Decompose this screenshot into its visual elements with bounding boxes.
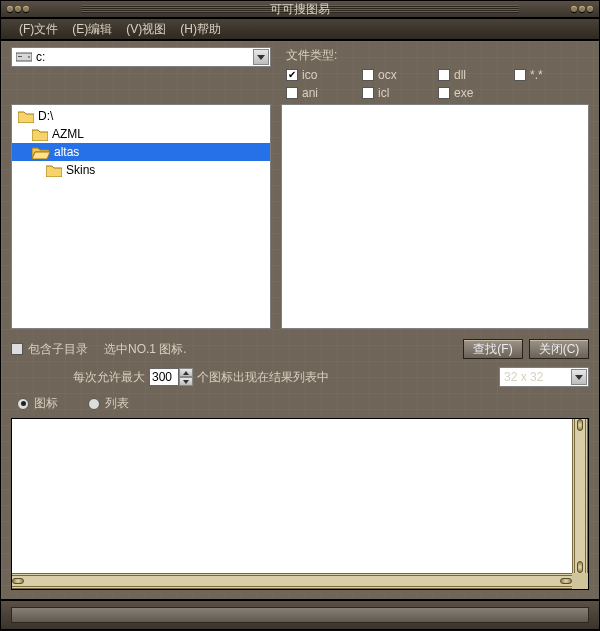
titlebar[interactable]: 可可搜图易	[0, 0, 600, 18]
titlebar-left-decor	[1, 1, 81, 17]
check-icl[interactable]: icl	[362, 86, 432, 100]
menu-view[interactable]: (V)视图	[126, 21, 166, 38]
chevron-down-icon	[183, 380, 189, 384]
scrollbar-corner	[572, 573, 588, 589]
client-area: c: 文件类型: ✔ico ocx dll *.* ani icl exe D:…	[0, 40, 600, 600]
dropdown-button[interactable]	[253, 49, 269, 65]
folder-tree[interactable]: D:\ AZML altas Skins	[11, 104, 271, 329]
drive-select[interactable]: c:	[11, 47, 271, 67]
find-button[interactable]: 查找(F)	[463, 339, 523, 359]
drive-icon	[16, 51, 32, 63]
check-include-subdirs[interactable]: 包含子目录	[11, 341, 88, 358]
horizontal-scrollbar[interactable]	[12, 573, 572, 589]
spinner-down[interactable]	[179, 377, 193, 386]
menu-file[interactable]: (F)文件	[19, 21, 58, 38]
check-dll[interactable]: dll	[438, 68, 508, 82]
max-suffix-label: 个图标出现在结果列表中	[197, 369, 329, 386]
check-ico[interactable]: ✔ico	[286, 68, 356, 82]
close-button[interactable]: 关闭(C)	[529, 339, 589, 359]
folder-icon	[18, 110, 34, 123]
vertical-scrollbar[interactable]	[572, 419, 588, 573]
menu-help[interactable]: (H)帮助	[180, 21, 221, 38]
check-ani[interactable]: ani	[286, 86, 356, 100]
titlebar-bars	[300, 5, 519, 13]
statusbar	[0, 600, 600, 630]
check-all[interactable]: *.*	[514, 68, 584, 82]
svg-rect-1	[18, 56, 22, 57]
filetype-label: 文件类型:	[286, 47, 589, 64]
check-ocx[interactable]: ocx	[362, 68, 432, 82]
tree-item-d[interactable]: D:\	[12, 107, 270, 125]
tree-item-skins[interactable]: Skins	[12, 161, 270, 179]
max-prefix-label: 每次允许最大	[73, 369, 145, 386]
window-controls[interactable]	[519, 1, 599, 17]
results-panel[interactable]	[11, 418, 589, 590]
menubar: (F)文件 (E)编辑 (V)视图 (H)帮助	[0, 18, 600, 40]
radio-icon-view[interactable]: 图标	[17, 395, 58, 412]
preview-pane	[281, 104, 589, 329]
chevron-down-icon	[257, 55, 265, 60]
folder-icon	[46, 164, 62, 177]
chevron-down-icon	[575, 375, 583, 380]
dropdown-button[interactable]	[571, 369, 587, 385]
chevron-up-icon	[183, 371, 189, 375]
folder-open-icon	[32, 146, 50, 159]
radio-list-view[interactable]: 列表	[88, 395, 129, 412]
svg-point-2	[28, 56, 30, 58]
window-title: 可可搜图易	[270, 1, 330, 18]
tree-item-altas[interactable]: altas	[12, 143, 270, 161]
max-count-spinner[interactable]	[149, 368, 193, 386]
menu-edit[interactable]: (E)编辑	[72, 21, 112, 38]
drive-selected: c:	[36, 50, 45, 64]
tree-item-azml[interactable]: AZML	[12, 125, 270, 143]
filetype-checks: ✔ico ocx dll *.* ani icl exe	[286, 68, 589, 100]
spinner-up[interactable]	[179, 368, 193, 377]
titlebar-bars	[81, 5, 300, 13]
max-count-input[interactable]	[149, 368, 179, 386]
iconsize-select[interactable]: 32 x 32	[499, 367, 589, 387]
select-no1-label: 选中NO.1 图标.	[104, 341, 187, 358]
check-exe[interactable]: exe	[438, 86, 508, 100]
folder-icon	[32, 128, 48, 141]
